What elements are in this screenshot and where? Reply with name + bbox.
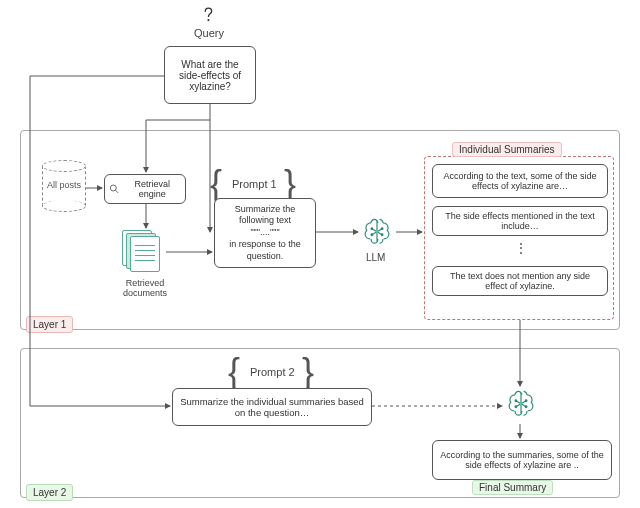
svg-line-2 xyxy=(116,190,119,193)
allposts-label: All posts xyxy=(42,181,86,191)
query-text: What are the side-effects of xylazine? xyxy=(171,59,249,92)
summary-3-text: The text does not mention any side effec… xyxy=(439,271,601,291)
prompt1-label: Prompt 1 xyxy=(232,178,277,190)
retrieved-docs-label: Retrieved documents xyxy=(110,278,180,298)
svg-point-1 xyxy=(110,185,116,191)
llm-label: LLM xyxy=(366,252,385,263)
svg-point-0 xyxy=(207,19,209,21)
prompt2-text: Summarize the individual summaries based… xyxy=(179,396,365,418)
retrieval-label: Retrieval engine xyxy=(124,179,181,199)
llm-icon-2 xyxy=(504,388,538,422)
summary-1-text: According to the text, some of the side … xyxy=(439,171,601,191)
final-summary-title: Final Summary xyxy=(472,480,553,495)
summary-2-text: The side effects mentioned in the text i… xyxy=(439,211,601,231)
brace-left-icon-2: { xyxy=(228,354,240,390)
query-box: What are the side-effects of xylazine? xyxy=(164,46,256,104)
summary-1: According to the text, some of the side … xyxy=(432,164,608,198)
individual-summaries-title: Individual Summaries xyxy=(452,142,562,157)
prompt1-line2: """....""" xyxy=(250,227,279,239)
prompt2-box: Summarize the individual summaries based… xyxy=(172,388,372,426)
layer-2-label: Layer 2 xyxy=(26,484,73,501)
final-summary-text: According to the summaries, some of the … xyxy=(439,450,605,470)
query-label: Query xyxy=(194,27,222,39)
allposts-db: All posts xyxy=(42,160,86,212)
summary-3: The text does not mention any side effec… xyxy=(432,266,608,296)
retrieval-engine: Retrieval engine xyxy=(104,174,186,204)
prompt1-line1: Summarize the following text xyxy=(221,204,309,227)
prompt2-label: Prompt 2 xyxy=(250,366,295,378)
documents-icon xyxy=(122,230,162,274)
prompt1-box: Summarize the following text """....""" … xyxy=(214,198,316,268)
question-icon xyxy=(194,4,222,28)
brace-right-icon: } xyxy=(284,166,296,202)
prompt1-line3: in response to the question. xyxy=(221,239,309,262)
brace-left-icon: { xyxy=(210,166,222,202)
llm-icon xyxy=(360,216,394,250)
search-icon xyxy=(109,183,120,195)
final-summary-box: According to the summaries, some of the … xyxy=(432,440,612,480)
layer-1-label: Layer 1 xyxy=(26,316,73,333)
vdots-icon: ⋮ xyxy=(514,240,528,256)
summary-2: The side effects mentioned in the text i… xyxy=(432,206,608,236)
brace-right-icon-2: } xyxy=(302,354,314,390)
